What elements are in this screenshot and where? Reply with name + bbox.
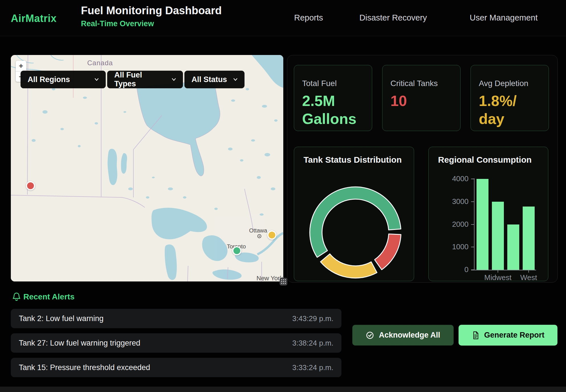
y-tick-label: 1000 — [443, 242, 469, 251]
map-label-new-york: New York — [256, 275, 283, 281]
nav-user-management[interactable]: User Management — [470, 13, 538, 23]
grip-dots-icon — [281, 279, 286, 284]
chevron-down-icon — [232, 76, 239, 83]
alert-timestamp: 3:33:24 p.m. — [292, 363, 333, 372]
bar — [507, 224, 519, 270]
tank-status-donut-chart — [294, 147, 414, 281]
acknowledge-all-button[interactable]: Acknowledge All — [352, 325, 454, 346]
status-filter-select[interactable]: All Status — [184, 71, 245, 88]
y-tick-label: 0 — [443, 265, 469, 274]
regional-consumption-bar-chart: 01000200030004000MidwestWest — [429, 147, 548, 281]
report-document-icon — [472, 331, 480, 340]
alerts-section-title: Recent Alerts — [23, 292, 74, 301]
generate-report-label: Generate Report — [484, 331, 545, 340]
stat-value-critical-tanks: 10 — [390, 92, 453, 110]
alert-row[interactable]: Tank 27: Low fuel warning triggered 3:38… — [11, 333, 341, 353]
nav-reports[interactable]: Reports — [294, 13, 323, 23]
region-filter-value: All Regions — [28, 75, 70, 84]
app-header: AirMatrix Fuel Monitoring Dashboard Real… — [0, 0, 566, 36]
status-filter-value: All Status — [192, 75, 227, 84]
alert-message: Tank 15: Pressure threshold exceeded — [19, 363, 150, 372]
fuel-type-filter-select[interactable]: All Fuel Types — [107, 71, 183, 88]
bar — [477, 179, 488, 270]
alert-timestamp: 3:43:29 p.m. — [292, 314, 333, 323]
generate-report-button[interactable]: Generate Report — [459, 325, 557, 346]
alert-message: Tank 2: Low fuel warning — [19, 314, 103, 323]
y-tick-label: 2000 — [443, 220, 469, 229]
acknowledge-all-label: Acknowledge All — [379, 331, 440, 340]
resize-drag-handle[interactable] — [280, 278, 287, 285]
y-tick-label: 4000 — [443, 174, 469, 183]
regional-consumption-card: Regional Consumption 01000200030004000Mi… — [428, 147, 548, 281]
bar — [492, 202, 504, 270]
chevron-down-icon — [93, 76, 100, 83]
bar — [523, 207, 535, 270]
tank-marker-warning[interactable] — [267, 230, 276, 240]
stat-card-avg-depletion: Avg Depletion 1.8%/day — [471, 65, 549, 131]
donut-segment-critical-red — [374, 234, 401, 270]
map-canvas: Canada Ottawa Toronto New York — [11, 55, 283, 281]
alert-message: Tank 27: Low fuel warning triggered — [19, 339, 140, 348]
stat-label: Avg Depletion — [479, 79, 541, 88]
stat-card-critical-tanks: Critical Tanks 10 — [382, 65, 461, 131]
nav-disaster-recovery[interactable]: Disaster Recovery — [359, 13, 427, 23]
tank-marker-critical[interactable] — [26, 181, 35, 190]
chevron-down-icon — [171, 76, 177, 83]
stat-label: Critical Tanks — [390, 79, 453, 88]
brand-logo[interactable]: AirMatrix — [11, 13, 57, 24]
tank-status-card: Tank Status Distribution — [294, 147, 414, 281]
page-title: Fuel Monitoring Dashboard — [81, 5, 222, 17]
stat-value-avg-depletion: 1.8%/day — [479, 92, 541, 128]
check-circle-icon — [366, 331, 374, 340]
region-filter-select[interactable]: All Regions — [21, 71, 106, 88]
stat-label: Total Fuel — [302, 79, 365, 88]
stat-card-total-fuel: Total Fuel 2.5MGallons — [294, 65, 372, 131]
bottom-strip — [0, 387, 566, 392]
fuel-type-filter-value: All Fuel Types — [114, 71, 166, 88]
tank-marker-normal[interactable] — [232, 246, 241, 255]
bell-icon — [12, 292, 21, 302]
alert-row[interactable]: Tank 2: Low fuel warning 3:43:29 p.m. — [11, 309, 341, 328]
alert-timestamp: 3:38:24 p.m. — [292, 339, 333, 348]
x-tick-label: West — [509, 273, 549, 282]
zoom-in-button[interactable]: + — [16, 61, 26, 71]
map-filters: All Regions All Fuel Types All Status — [21, 71, 245, 88]
donut-segment-warning-yellow — [320, 254, 377, 278]
page-subtitle: Real-Time Overview — [81, 19, 154, 28]
map[interactable]: Canada Ottawa Toronto New York + − All R… — [11, 55, 283, 281]
dashboard-page: AirMatrix Fuel Monitoring Dashboard Real… — [0, 0, 566, 392]
alert-row[interactable]: Tank 15: Pressure threshold exceeded 3:3… — [11, 358, 341, 377]
metrics-panel: Total Fuel 2.5MGallons Critical Tanks 10… — [287, 55, 558, 283]
map-label-canada: Canada — [87, 59, 113, 67]
stat-value-total-fuel: 2.5MGallons — [302, 92, 365, 128]
y-tick-label: 3000 — [443, 197, 469, 206]
map-label-ottawa: Ottawa — [249, 227, 267, 234]
